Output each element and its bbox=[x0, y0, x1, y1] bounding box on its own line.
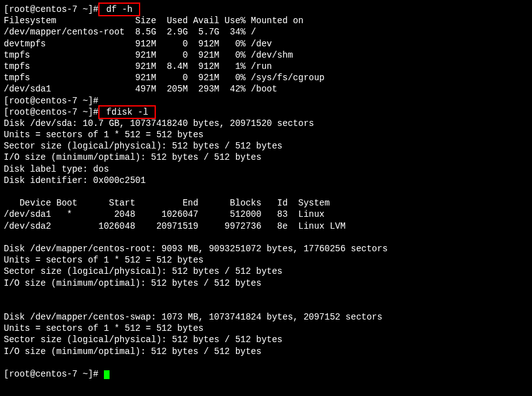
fdisk-swap-io: I/O size (minimum/optimal): 512 bytes / … bbox=[4, 346, 528, 357]
partition-row: /dev/sda2 1026048 20971519 9972736 8e Li… bbox=[4, 221, 528, 232]
command-fdisk-l: fdisk -l bbox=[98, 105, 156, 119]
fdisk-sda-units: Units = sectors of 1 * 512 = 512 bytes bbox=[4, 129, 528, 140]
fdisk-swap-header: Disk /dev/mapper/centos-swap: 1073 MB, 1… bbox=[4, 311, 528, 323]
fdisk-sda-label: Disk label type: dos bbox=[4, 164, 528, 175]
blank-line bbox=[4, 300, 528, 311]
blank-line bbox=[4, 357, 528, 368]
fdisk-sda-io: I/O size (minimum/optimal): 512 bytes / … bbox=[4, 152, 528, 163]
fdisk-sda-ident: Disk identifier: 0x000c2501 bbox=[4, 175, 528, 186]
df-row: tmpfs 921M 0 921M 0% /dev/shm bbox=[4, 50, 528, 61]
prompt-line-empty: [root@centos-7 ~]# bbox=[4, 95, 528, 107]
prompt-text: [root@centos-7 ~]# bbox=[4, 369, 104, 379]
df-row: /dev/mapper/centos-root 8.5G 2.9G 5.7G 3… bbox=[4, 26, 528, 38]
prompt-text: [root@centos-7 ~]# bbox=[4, 4, 98, 14]
cursor-icon bbox=[104, 370, 110, 379]
prompt-line-2: [root@centos-7 ~]# fdisk -l bbox=[4, 107, 528, 118]
df-row: tmpfs 921M 8.4M 912M 1% /run bbox=[4, 61, 528, 72]
prompt-line-input[interactable]: [root@centos-7 ~]# bbox=[4, 368, 528, 380]
df-row: devtmpfs 912M 0 912M 0% /dev bbox=[4, 38, 528, 50]
prompt-text: [root@centos-7 ~]# bbox=[4, 107, 98, 117]
prompt-line-1: [root@centos-7 ~]# df -h bbox=[4, 4, 528, 15]
df-row: tmpfs 921M 0 921M 0% /sys/fs/cgroup bbox=[4, 72, 528, 83]
fdisk-sda-header: Disk /dev/sda: 10.7 GB, 10737418240 byte… bbox=[4, 118, 528, 129]
fdisk-swap-sector: Sector size (logical/physical): 512 byte… bbox=[4, 334, 528, 345]
blank-line bbox=[4, 289, 528, 300]
df-header: Filesystem Size Used Avail Use% Mounted … bbox=[4, 15, 528, 26]
command-df-h: df -h bbox=[98, 3, 140, 16]
fdisk-root-io: I/O size (minimum/optimal): 512 bytes / … bbox=[4, 278, 528, 289]
fdisk-sda-sector: Sector size (logical/physical): 512 byte… bbox=[4, 140, 528, 152]
partition-header: Device Boot Start End Blocks Id System bbox=[4, 197, 528, 209]
partition-row: /dev/sda1 * 2048 1026047 512000 83 Linux bbox=[4, 209, 528, 220]
fdisk-root-units: Units = sectors of 1 * 512 = 512 bytes bbox=[4, 254, 528, 266]
fdisk-root-sector: Sector size (logical/physical): 512 byte… bbox=[4, 266, 528, 277]
df-row: /dev/sda1 497M 205M 293M 42% /boot bbox=[4, 83, 528, 95]
blank-line bbox=[4, 232, 528, 243]
fdisk-root-header: Disk /dev/mapper/centos-root: 9093 MB, 9… bbox=[4, 243, 528, 254]
blank-line bbox=[4, 186, 528, 197]
fdisk-swap-units: Units = sectors of 1 * 512 = 512 bytes bbox=[4, 323, 528, 334]
